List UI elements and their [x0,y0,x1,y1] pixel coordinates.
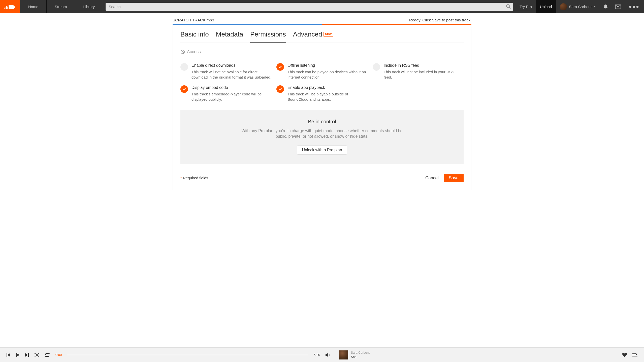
nav-stream-label: Stream [55,5,67,9]
search-icon [506,4,511,9]
cancel-label: Cancel [425,175,439,180]
tab-permissions[interactable]: Permissions [250,30,286,43]
permission-item: Enable direct downloadsThis track will n… [180,63,271,80]
svg-line-11 [181,51,184,53]
svg-rect-5 [8,6,8,9]
nav-stream[interactable]: Stream [47,0,75,13]
permission-title: Enable direct downloads [191,63,271,68]
svg-rect-4 [7,7,8,9]
permission-text: Offline listeningThis track can be playe… [287,63,367,80]
save-label: Save [449,175,459,180]
permission-text: Include in RSS feedThis track will not b… [384,63,464,80]
tab-advanced-label: Advanced [293,30,322,38]
progress-remaining [322,24,471,25]
permission-toggle[interactable] [373,63,380,71]
tabs: Basic info Metadata Permissions Advanced… [180,25,464,43]
nav-try-pro-label: Try Pro [520,5,532,9]
user-menu[interactable]: Sara Carbone ▾ [556,0,599,13]
permission-toggle[interactable] [180,63,188,71]
svg-point-7 [506,5,509,8]
svg-rect-1 [5,7,5,9]
save-button[interactable]: Save [444,174,464,182]
no-entry-icon [180,50,185,54]
section-access: Access [180,43,464,58]
svg-line-8 [509,7,510,9]
nav-upload[interactable]: Upload [536,0,556,13]
section-access-label: Access [187,49,201,54]
permission-desc: This track will not be available for dir… [191,69,271,80]
mail-icon [615,5,621,9]
promo-title: Be in control [190,119,454,125]
permission-desc: This track can be played on devices with… [287,69,367,80]
permission-item: Enable app playbackThis track will be pl… [276,85,367,102]
logo[interactable] [0,0,20,13]
upload-filename: SCRATCH TRACK.mp3 [173,18,214,22]
nav-library[interactable]: Library [75,0,103,13]
nav-home-label: Home [28,5,38,9]
unlock-pro-button[interactable]: Unlock with a Pro plan [297,146,347,155]
more-menu[interactable]: ●●● [624,4,644,10]
permission-toggle[interactable] [276,63,284,71]
permission-text: Enable direct downloadsThis track will n… [191,63,271,80]
permission-toggle[interactable] [180,85,188,93]
svg-rect-2 [6,7,6,9]
tab-metadata[interactable]: Metadata [216,30,243,42]
nav-library-label: Library [83,5,95,9]
permissions-grid: Enable direct downloadsThis track will n… [180,58,464,107]
main-container: SCRATCH TRACK.mp3 Ready. Click Save to p… [173,13,471,210]
permission-toggle[interactable] [276,85,284,93]
messages-button[interactable] [612,0,624,13]
nav-upload-label: Upload [540,5,552,9]
svg-rect-0 [4,8,5,9]
permission-item: Display embed codeThis track's embedded-… [180,85,271,102]
user-name-label: Sara Carbone [569,5,592,9]
permission-text: Display embed codeThis track's embedded-… [191,85,271,102]
required-fields-note: * Required fields [180,176,208,180]
nav-home[interactable]: Home [20,0,47,13]
permission-title: Display embed code [191,85,271,90]
permission-title: Enable app playback [287,85,367,90]
upload-status: Ready. Click Save to post this track. [409,18,471,22]
progress-processed [173,24,322,25]
tab-basic-info[interactable]: Basic info [180,30,209,42]
permission-desc: This track's embedded-player code will b… [191,92,271,102]
avatar [560,3,567,10]
dots-icon: ●●● [629,4,639,9]
svg-rect-6 [9,5,9,9]
permission-desc: This track will be playable outside of S… [287,92,367,102]
svg-rect-3 [6,6,7,9]
cancel-button[interactable]: Cancel [425,175,439,180]
notifications-button[interactable] [600,0,612,13]
tab-metadata-label: Metadata [216,30,243,38]
tab-permissions-label: Permissions [250,30,286,38]
tab-basic-label: Basic info [180,30,209,38]
promo-text: With any Pro plan, you're in charge with… [239,128,405,139]
permission-title: Include in RSS feed [384,63,464,68]
required-fields-label: Required fields [183,176,208,180]
permission-desc: This track will not be included in your … [384,69,464,80]
badge-new: NEW [324,32,333,37]
card-footer: * Required fields Cancel Save [180,164,464,182]
top-nav: Home Stream Library Try Pro Upload Sara … [0,0,644,13]
search-button[interactable] [506,4,511,10]
tab-advanced[interactable]: AdvancedNEW [293,30,333,42]
unlock-pro-label: Unlock with a Pro plan [302,148,342,152]
bell-icon [603,4,608,10]
permission-item: Include in RSS feedThis track will not b… [373,63,464,80]
upload-header: SCRATCH TRACK.mp3 Ready. Click Save to p… [173,13,471,24]
soundcloud-logo-icon [4,4,16,10]
permission-item: Offline listeningThis track can be playe… [276,63,367,80]
promo-box: Be in control With any Pro plan, you're … [180,110,464,164]
permission-title: Offline listening [287,63,367,68]
permission-text: Enable app playbackThis track will be pl… [287,85,367,102]
chevron-down-icon: ▾ [594,5,596,8]
nav-try-pro[interactable]: Try Pro [516,0,536,13]
upload-progress [173,24,471,25]
search-input[interactable] [106,3,513,11]
upload-card: Basic info Metadata Permissions Advanced… [173,25,471,190]
